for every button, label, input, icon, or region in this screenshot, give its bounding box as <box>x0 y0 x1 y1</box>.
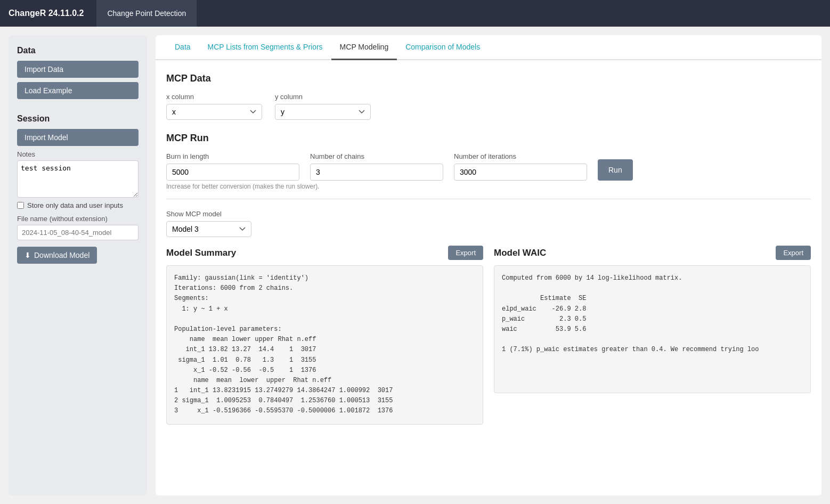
mcp-run-row: Burn in length Number of chains Number o… <box>166 152 811 181</box>
file-name-input[interactable] <box>17 225 139 240</box>
model-waic-export-button[interactable]: Export <box>776 246 811 260</box>
tab-mcp-lists[interactable]: MCP Lists from Segments & Priors <box>199 35 331 60</box>
app-brand: ChangeR 24.11.0.2 <box>9 9 94 18</box>
mcp-run-title: MCP Run <box>166 133 811 144</box>
y-column-group: y column y <box>275 93 371 120</box>
show-model-select[interactable]: Model 1 Model 2 Model 3 Model 4 <box>166 221 251 237</box>
chains-input[interactable] <box>310 164 443 181</box>
iterations-group: Number of iterations <box>454 152 587 181</box>
model-waic-title: Model WAIC <box>494 248 546 258</box>
content-body: MCP Data x column x y column y MCP Run <box>156 60 821 437</box>
burn-in-group: Burn in length <box>166 152 299 181</box>
notes-label: Notes <box>17 150 139 158</box>
y-column-select[interactable]: y <box>275 104 371 120</box>
main-layout: Data Import Data Load Example Session Im… <box>0 27 830 504</box>
output-row: Model Summary Export Family: gaussian(li… <box>166 246 811 425</box>
download-icon: ⬇ <box>25 251 31 259</box>
run-button[interactable]: Run <box>598 159 633 181</box>
model-summary-header: Model Summary Export <box>166 246 483 260</box>
iterations-label: Number of iterations <box>454 152 587 160</box>
tab-mcp-modeling[interactable]: MCP Modeling <box>331 35 397 60</box>
show-model-label: Show MCP model <box>166 210 811 218</box>
iterations-input[interactable] <box>454 164 587 181</box>
model-waic-col: Model WAIC Export Computed from 6000 by … <box>494 246 811 425</box>
sidebar-session-section: Session Import Model Notes test session … <box>17 114 139 264</box>
mcp-data-form-row: x column x y column y <box>166 93 811 120</box>
x-column-label: x column <box>166 93 262 101</box>
model-summary-export-button[interactable]: Export <box>448 246 483 260</box>
page-title: Change Point Detection <box>96 0 197 27</box>
model-summary-title: Model Summary <box>166 248 236 258</box>
store-data-label: Store only data and user inputs <box>27 201 123 209</box>
show-model-row: Show MCP model Model 1 Model 2 Model 3 M… <box>166 210 811 237</box>
divider <box>166 199 811 199</box>
run-hint: Increase for better conversion (makes th… <box>166 183 811 190</box>
model-summary-col: Model Summary Export Family: gaussian(li… <box>166 246 483 425</box>
load-example-button[interactable]: Load Example <box>17 82 139 99</box>
chains-label: Number of chains <box>310 152 443 160</box>
x-column-select[interactable]: x <box>166 104 262 120</box>
y-column-label: y column <box>275 93 371 101</box>
tab-data[interactable]: Data <box>166 35 199 60</box>
model-waic-header: Model WAIC Export <box>494 246 811 260</box>
tabs-bar: Data MCP Lists from Segments & Priors MC… <box>156 35 821 60</box>
store-data-checkbox[interactable] <box>17 202 24 209</box>
tab-comparison[interactable]: Comparison of Models <box>397 35 489 60</box>
session-section-title: Session <box>17 114 139 124</box>
data-section-title: Data <box>17 46 139 55</box>
chains-group: Number of chains <box>310 152 443 181</box>
mcp-data-title: MCP Data <box>166 73 811 84</box>
burn-in-input[interactable] <box>166 164 299 181</box>
x-column-group: x column x <box>166 93 262 120</box>
store-data-row: Store only data and user inputs <box>17 201 139 209</box>
main-content: Data MCP Lists from Segments & Priors MC… <box>156 35 821 495</box>
model-summary-content: Family: gaussian(link = 'identity') Iter… <box>166 265 483 425</box>
burn-in-label: Burn in length <box>166 152 299 160</box>
file-name-label: File name (without extension) <box>17 215 139 223</box>
import-model-button[interactable]: Import Model <box>17 129 139 146</box>
download-model-label: Download Model <box>34 251 89 259</box>
topnav: ChangeR 24.11.0.2 Change Point Detection <box>0 0 830 27</box>
model-waic-content: Computed from 6000 by 14 log-likelihood … <box>494 265 811 393</box>
import-data-button[interactable]: Import Data <box>17 61 139 78</box>
sidebar-data-section: Data Import Data Load Example <box>17 46 139 103</box>
download-model-button[interactable]: ⬇ Download Model <box>17 247 97 264</box>
notes-textarea[interactable]: test session <box>17 160 139 198</box>
sidebar: Data Import Data Load Example Session Im… <box>9 35 147 495</box>
